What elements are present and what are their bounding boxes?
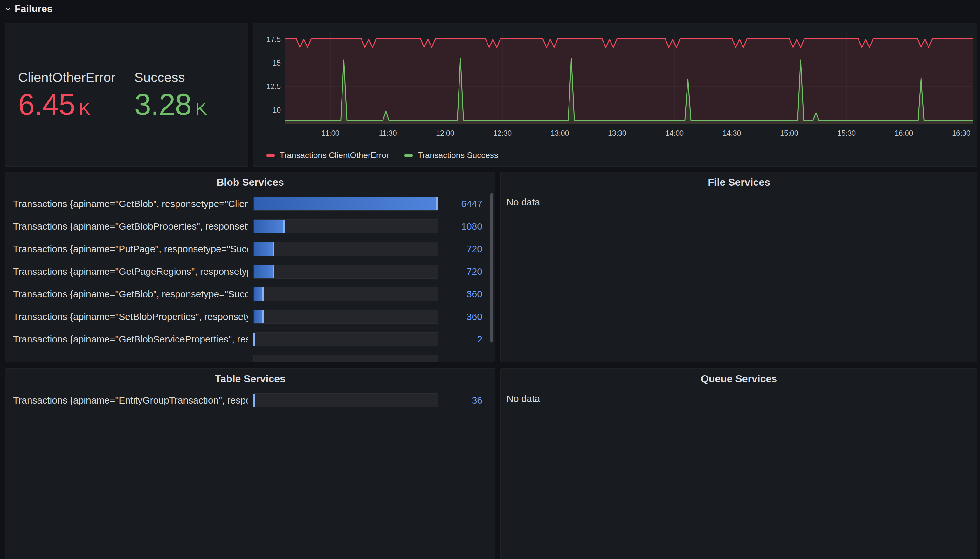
svg-text:14:00: 14:00 <box>666 129 684 137</box>
chart-legend: Transactions ClientOtherErrorTransaction… <box>266 150 498 160</box>
panel-title[interactable]: Queue Services <box>501 369 977 389</box>
metric-value: 720 <box>438 266 483 277</box>
bar-gauge <box>253 219 438 233</box>
scrollbar[interactable] <box>490 193 494 342</box>
table-row <box>5 351 495 362</box>
no-data-text: No data <box>501 192 977 212</box>
metric-value: 36 <box>438 395 483 406</box>
legend-swatch <box>266 154 275 157</box>
bar-gauge <box>253 394 438 407</box>
panel-table-services: Table Services Transactions {apiname="En… <box>5 368 496 559</box>
row-failures[interactable]: Failures <box>5 3 53 15</box>
legend-item[interactable]: Transactions ClientOtherError <box>266 150 389 160</box>
table-row: Transactions {apiname="GetBlob", respons… <box>5 283 495 305</box>
bar-fill <box>254 310 264 323</box>
svg-text:15: 15 <box>273 59 281 67</box>
no-data-text: No data <box>501 389 977 408</box>
stat-label: ClientOtherError <box>18 70 116 85</box>
svg-text:13:00: 13:00 <box>551 129 569 137</box>
legend-swatch <box>404 154 413 157</box>
bar-gauge <box>253 355 438 363</box>
bar-fill <box>254 332 255 346</box>
table-row: Transactions {apiname="GetBlob", respons… <box>5 192 495 215</box>
bar-fill <box>254 265 274 278</box>
table-rows: Transactions {apiname="EntityGroupTransa… <box>5 389 495 559</box>
svg-text:11:30: 11:30 <box>379 129 397 137</box>
metric-label: Transactions {apiname="GetBlobProperties… <box>13 221 248 232</box>
stat-panel-body: ClientOtherError6.45KSuccess3.28K <box>5 23 248 166</box>
panel-blob-services: Blob Services Transactions {apiname="Get… <box>5 172 496 362</box>
svg-text:12.5: 12.5 <box>266 83 281 91</box>
table-row: Transactions {apiname="PutPage", respons… <box>5 238 495 260</box>
metric-label: Transactions {apiname="PutPage", respons… <box>13 243 248 255</box>
panel-title[interactable]: Blob Services <box>5 172 495 192</box>
legend-label: Transactions ClientOtherError <box>279 150 389 160</box>
panel-title[interactable]: File Services <box>501 172 977 192</box>
metric-label: Transactions {apiname="GetPageRegions", … <box>13 266 248 277</box>
metric-value: 1080 <box>438 221 483 232</box>
stat-unit: K <box>195 100 207 117</box>
metric-label: Transactions {apiname="EntityGroupTransa… <box>13 395 248 406</box>
metric-label: Transactions {apiname="GetBlob", respons… <box>13 198 248 209</box>
bar-fill <box>254 220 284 233</box>
svg-text:10: 10 <box>273 106 281 114</box>
bar-fill <box>254 288 264 301</box>
bar-gauge <box>253 310 438 324</box>
stat-label: Success <box>134 70 207 85</box>
panel-file-services: File Services No data <box>501 172 977 362</box>
blob-rows: Transactions {apiname="GetBlob", respons… <box>5 192 495 362</box>
metric-value: 2 <box>438 334 483 345</box>
table-row: Transactions {apiname="SetBlobProperties… <box>5 305 495 328</box>
bar-gauge <box>253 332 438 346</box>
bar-fill <box>254 394 255 407</box>
legend-label: Transactions Success <box>418 150 498 160</box>
bar-gauge <box>253 287 438 301</box>
timeseries-chart: 1012.51517.511:0011:3012:0012:3013:0013:… <box>256 26 975 147</box>
metric-label: Transactions {apiname="GetBlob", respons… <box>13 289 248 299</box>
stat: ClientOtherError6.45K <box>18 70 116 119</box>
panel-transactions-timeseries: 1012.51517.511:0011:3012:0012:3013:0013:… <box>253 23 977 167</box>
stat-value: 6.45K <box>18 90 116 119</box>
table-row: Transactions {apiname="GetPageRegions", … <box>5 260 495 283</box>
svg-text:16:00: 16:00 <box>895 129 913 137</box>
svg-text:15:00: 15:00 <box>780 129 798 137</box>
svg-text:13:30: 13:30 <box>608 129 626 137</box>
metric-value: 360 <box>438 289 483 299</box>
metric-value: 6447 <box>438 198 483 209</box>
bar-fill <box>254 242 274 256</box>
svg-text:15:30: 15:30 <box>838 129 856 137</box>
legend-item[interactable]: Transactions Success <box>404 150 498 160</box>
bar-fill <box>254 197 438 210</box>
row-title: Failures <box>15 3 53 15</box>
bar-gauge <box>253 265 438 279</box>
table-row: Transactions {apiname="GetBlobServicePro… <box>5 328 495 351</box>
metric-label: Transactions {apiname="SetBlobProperties… <box>13 311 248 322</box>
svg-text:17.5: 17.5 <box>266 35 281 43</box>
stat: Success3.28K <box>134 70 207 119</box>
table-row: Transactions {apiname="EntityGroupTransa… <box>5 389 495 412</box>
svg-text:12:30: 12:30 <box>494 129 512 137</box>
svg-text:16:30: 16:30 <box>952 129 970 137</box>
panel-failure-stats: ClientOtherError6.45KSuccess3.28K <box>5 23 248 167</box>
metric-value: 720 <box>438 243 483 255</box>
svg-text:14:30: 14:30 <box>723 129 741 137</box>
panel-queue-services: Queue Services No data <box>501 368 977 559</box>
stat-unit: K <box>79 100 90 117</box>
metric-value: 360 <box>438 311 483 322</box>
svg-text:12:00: 12:00 <box>436 129 454 137</box>
panel-title[interactable]: Table Services <box>5 369 495 389</box>
bar-gauge <box>253 242 438 256</box>
stat-value: 3.28K <box>134 90 207 119</box>
metric-label: Transactions {apiname="GetBlobServicePro… <box>13 334 248 345</box>
table-row: Transactions {apiname="GetBlobProperties… <box>5 215 495 238</box>
svg-text:11:00: 11:00 <box>321 129 339 137</box>
bar-gauge <box>253 197 438 211</box>
chevron-down-icon <box>5 5 12 12</box>
